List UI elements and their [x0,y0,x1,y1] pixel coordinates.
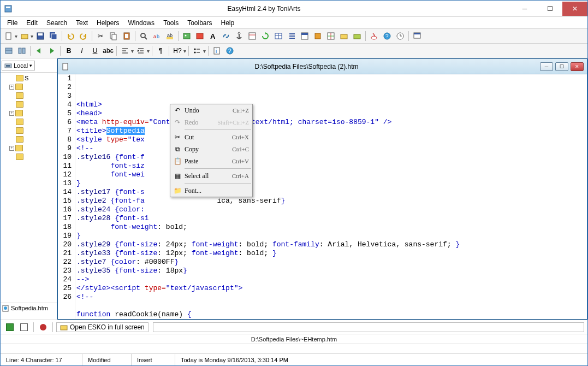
tool-button-3[interactable] [312,30,324,42]
status-modified: Modified [82,354,132,365]
open-button[interactable] [19,30,31,42]
status-bar: Line: 4 Character: 17 Modified Insert To… [1,353,587,365]
save-all-button[interactable] [47,30,60,42]
menu-file[interactable]: File [3,18,22,28]
tool-button-5[interactable] [351,30,363,42]
context-help-button[interactable]: ? [224,45,236,57]
frames-button[interactable] [325,30,337,42]
underline-button[interactable]: U [89,45,101,57]
java-button[interactable] [368,30,380,42]
svg-text:a: a [153,34,156,39]
document-titlebar[interactable]: D:\Softpedia Files\Softpedia (2).htm ─ ☐… [58,59,587,74]
menu-help[interactable]: Help [217,18,239,28]
ctx-paste[interactable]: 📋PasteCtrl+V [170,155,252,167]
close-button[interactable]: ✕ [562,2,587,16]
highlight-button[interactable]: ab [164,30,176,42]
local-dropdown[interactable]: Local ▾ [2,61,35,70]
doc-close-button[interactable]: ✕ [571,62,584,71]
doc-maximize-button[interactable]: ☐ [555,62,568,71]
info-button[interactable]: i [211,45,223,57]
svg-point-12 [141,33,145,38]
bold-button[interactable]: B [63,45,75,57]
view-button-2[interactable] [16,45,28,57]
menu-windows[interactable]: Windows [123,18,159,28]
svg-rect-76 [61,326,67,330]
image-button[interactable] [181,30,193,42]
table-button[interactable] [272,30,284,42]
menu-toolbars[interactable]: Toolbars [183,18,216,28]
replace-button[interactable]: ab [151,30,163,42]
preview-button[interactable] [194,30,206,42]
heading-button[interactable]: H? [171,45,183,57]
strike-button[interactable]: abc [102,45,114,57]
code-editor[interactable]: 1234567891011121314151617181920212223242… [58,74,587,319]
ctx-cut[interactable]: ✂CutCtrl+X [170,131,252,143]
minimize-button[interactable]: ─ [512,2,537,16]
browser-button[interactable] [411,30,423,42]
app-icon [4,4,13,13]
paragraph-button[interactable]: ¶ [155,45,167,57]
svg-text:?: ? [385,33,389,39]
menu-tools[interactable]: Tools [159,18,183,28]
ctx-font-[interactable]: 📁Font... [170,185,252,197]
italic-button[interactable]: I [76,45,88,57]
save-button[interactable] [34,30,46,42]
doc-minimize-button[interactable]: ─ [540,62,553,71]
svg-point-64 [194,52,196,54]
svg-rect-3 [21,34,28,39]
reload-button[interactable] [259,30,271,42]
menu-edit[interactable]: Edit [22,18,42,28]
folder-tree[interactable]: S + + + [1,73,57,303]
tool-button-4[interactable] [338,30,350,42]
tool-button-1[interactable] [246,30,258,42]
fullscreen-icon [60,323,68,331]
nav-forward-button[interactable] [46,45,58,57]
ctx-undo[interactable]: ↶UndoCtrl+Z [170,104,252,116]
menu-helpers[interactable]: Helpers [92,18,123,28]
svg-point-19 [185,35,187,37]
open-esko-button[interactable]: Open ESKO in full screen [56,322,149,332]
link-button[interactable] [220,30,232,42]
ctx-copy[interactable]: ⧉CopyCtrl+C [170,143,252,155]
svg-text:b: b [157,34,159,39]
code-area[interactable]: <html><head><meta http-equiv="Content-Ty… [75,74,587,319]
nav-back-button[interactable] [33,45,45,57]
view-button-1[interactable] [3,45,15,57]
tool-button-2[interactable] [299,30,311,42]
indent-button[interactable] [135,45,147,57]
stop-button[interactable] [37,321,49,333]
file-item[interactable]: Softpedia.htm [2,304,56,312]
svg-rect-0 [5,5,11,12]
svg-rect-35 [315,33,320,39]
svg-rect-5 [38,33,43,36]
bullets-button[interactable] [191,45,203,57]
ctx-redo: ↷RedoShift+Ctrl+Z [170,116,252,128]
font-a-button[interactable]: A [207,30,219,42]
cut-button[interactable]: ✂ [94,30,106,42]
menu-text[interactable]: Text [72,18,92,28]
svg-rect-40 [354,34,360,39]
line-gutter: 1234567891011121314151617181920212223242… [58,74,75,319]
svg-text:A: A [210,32,216,40]
sidebar-files: Softpedia.htm [1,303,57,320]
tab-button-1[interactable] [4,321,16,333]
redo-button[interactable] [78,30,90,42]
list-button[interactable] [286,30,298,42]
clock-button[interactable] [394,30,406,42]
align-button[interactable] [119,45,131,57]
svg-rect-52 [22,48,25,54]
search-button[interactable] [138,30,150,42]
title-bar: EasyHtml 2.4 by ToniArts ─ ☐ ✕ [1,1,587,17]
ctx-select-all[interactable]: ▦Select allCtrl+A [170,170,252,182]
maximize-button[interactable]: ☐ [537,2,562,16]
tab-button-2[interactable] [18,321,30,333]
menu-search[interactable]: Search [42,18,72,28]
undo-button[interactable] [64,30,76,42]
copy-button[interactable] [108,30,120,42]
anchor-button[interactable] [233,30,245,42]
path-bar: D:\Softpedia Files\~EHtemp.htm [1,334,587,344]
new-file-button[interactable] [3,30,15,42]
paste-button[interactable] [121,30,133,42]
svg-text:ab: ab [167,33,173,38]
help-button[interactable]: ? [381,30,393,42]
